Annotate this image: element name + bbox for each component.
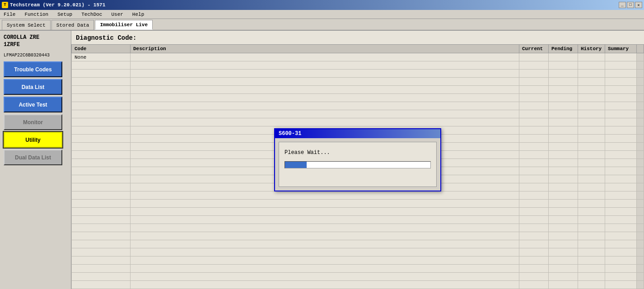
close-button[interactable]: ✕ bbox=[635, 2, 642, 8]
car-info: COROLLA ZRE 1ZRFE bbox=[4, 34, 67, 50]
tab-immobiliser-live[interactable]: Immobiliser Live bbox=[95, 20, 153, 30]
active-test-button[interactable]: Active Test bbox=[4, 97, 62, 112]
progress-bar bbox=[285, 161, 431, 168]
wait-dialog: S600-31 Please Wait... bbox=[274, 128, 441, 191]
title-bar-left: T Techstream (Ver 9.20.021) - 1571 bbox=[2, 2, 105, 8]
dialog-overlay: S600-31 Please Wait... bbox=[71, 31, 644, 289]
dialog-title: S600-31 bbox=[279, 131, 301, 137]
tab-system-select[interactable]: System Select bbox=[2, 20, 51, 30]
utility-button[interactable]: Utility bbox=[4, 132, 62, 148]
sidebar: COROLLA ZRE 1ZRFE LFMAP22C6B0320443 Trou… bbox=[0, 31, 71, 289]
menu-bar: File Function Setup TechDoc User Help bbox=[0, 10, 644, 19]
main-area: COROLLA ZRE 1ZRFE LFMAP22C6B0320443 Trou… bbox=[0, 31, 644, 289]
dialog-body: Please Wait... bbox=[279, 142, 437, 187]
menu-setup[interactable]: Setup bbox=[56, 11, 74, 18]
app-title: Techstream (Ver 9.20.021) - 1571 bbox=[10, 2, 105, 8]
maximize-button[interactable]: □ bbox=[627, 2, 634, 8]
menu-file[interactable]: File bbox=[2, 11, 17, 18]
minimize-button[interactable]: _ bbox=[619, 2, 626, 8]
data-list-button[interactable]: Data List bbox=[4, 79, 62, 95]
title-bar-controls: _ □ ✕ bbox=[619, 2, 642, 8]
app-icon: T bbox=[2, 2, 8, 8]
dialog-message: Please Wait... bbox=[285, 149, 431, 156]
progress-bar-fill bbox=[285, 162, 307, 168]
title-bar: T Techstream (Ver 9.20.021) - 1571 _ □ ✕ bbox=[0, 0, 644, 10]
monitor-button[interactable]: Monitor bbox=[4, 114, 62, 130]
menu-user[interactable]: User bbox=[109, 11, 125, 18]
tab-stored-data[interactable]: Stored Data bbox=[51, 20, 94, 30]
menu-techdoc[interactable]: TechDoc bbox=[79, 11, 104, 18]
tab-bar: System Select Stored Data Immobiliser Li… bbox=[0, 19, 644, 31]
menu-function[interactable]: Function bbox=[23, 11, 50, 18]
car-vin: LFMAP22C6B0320443 bbox=[4, 53, 67, 58]
dual-data-list-button[interactable]: Dual Data List bbox=[4, 149, 62, 165]
menu-help[interactable]: Help bbox=[131, 11, 146, 18]
dialog-titlebar: S600-31 bbox=[275, 129, 440, 138]
car-model: COROLLA ZRE 1ZRFE bbox=[4, 34, 67, 48]
trouble-codes-button[interactable]: Trouble Codes bbox=[4, 61, 62, 77]
content-area: Diagnostic Code: Code Description Cu bbox=[71, 31, 644, 289]
